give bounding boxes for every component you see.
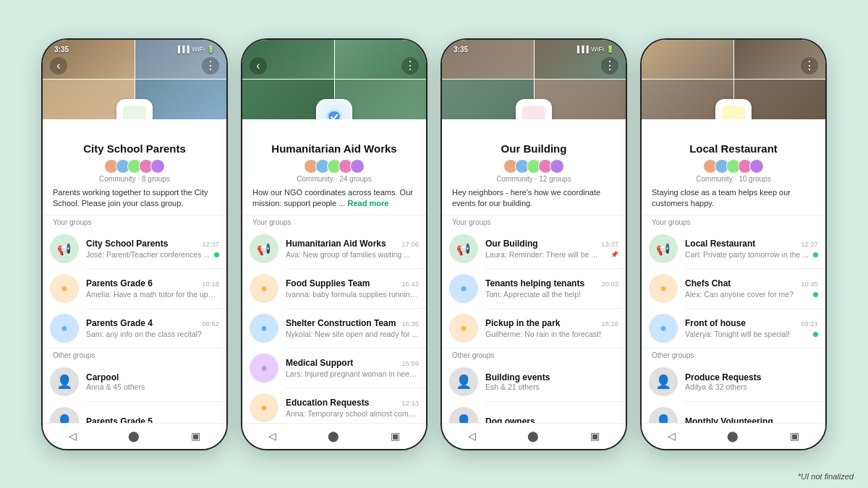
group-item[interactable]: ●Chefs Chat10:45Alex: Can anyone cover f… <box>642 269 825 308</box>
menu-dots[interactable]: ⋮ <box>202 57 219 74</box>
community-icon: 🏢 <box>516 99 552 119</box>
other-group-item[interactable]: 👤Parents Grade 5 <box>43 402 226 422</box>
group-preview: Lars: Injured pregnant woman in need ... <box>286 369 419 378</box>
group-item[interactable]: ●Parents Grade 610:18Amelia: Have a math… <box>43 269 226 308</box>
phone-body[interactable]: Humanitarian Aid WorksCommunity · 24 gro… <box>242 119 426 423</box>
avatar-row <box>442 159 626 174</box>
group-item[interactable]: ●Parents Grade 408:52Sam: any info on th… <box>43 309 226 348</box>
unread-dot <box>813 252 818 257</box>
group-item[interactable]: 📢Local Restaurant12:27Carl: Private part… <box>642 229 825 268</box>
back-nav-btn[interactable]: ◁ <box>268 430 276 442</box>
group-avatar: ● <box>250 314 278 343</box>
group-time: 09:21 <box>801 320 818 328</box>
recent-nav-btn[interactable]: ▣ <box>391 430 400 442</box>
group-name: Parents Grade 4 <box>86 318 199 328</box>
other-group-item[interactable]: 👤Dog owners <box>442 402 626 422</box>
phone-body[interactable]: Our BuildingCommunity · 12 groupsHey nei… <box>442 119 626 423</box>
your-groups-label: Your groups <box>442 215 626 229</box>
description: Parents working together to support the … <box>43 187 226 210</box>
group-info: City School Parents12:37José: Parent/Tea… <box>86 239 219 259</box>
menu-dots[interactable]: ⋮ <box>601 57 618 74</box>
group-item[interactable]: ●Shelter Construction Team16:35Nykolai: … <box>242 309 426 348</box>
group-avatar: ● <box>449 314 478 343</box>
nav-bar: ⋮ <box>449 57 618 74</box>
menu-dots[interactable]: ⋮ <box>401 57 419 74</box>
recent-nav-btn[interactable]: ▣ <box>590 430 600 442</box>
community-name: Our Building <box>442 142 626 155</box>
group-item[interactable]: 📢Our Building13:37Laura: Reminder: There… <box>442 229 626 268</box>
group-avatar: ● <box>649 314 678 343</box>
other-group-preview: Anna & 45 others <box>86 382 219 391</box>
group-item[interactable]: 📢City School Parents12:37José: Parent/Te… <box>43 229 226 268</box>
other-groups-label: Other groups <box>642 348 825 362</box>
group-item[interactable]: ●Tenants helping tenants20:03Tom: Apprec… <box>442 269 626 308</box>
group-item[interactable]: ●Front of house09:21Valerya: Tonight wil… <box>642 309 825 348</box>
community-meta: Community · 10 groups <box>642 175 825 183</box>
other-group-item[interactable]: 👤Produce RequestsAditya & 32 others <box>642 362 825 401</box>
community-name: City School Parents <box>43 142 226 155</box>
your-groups-label: Your groups <box>642 215 825 229</box>
group-name: Pickup in the park <box>485 318 598 328</box>
group-item[interactable]: ●Food Supplies Team16:42Ivanna: baby for… <box>242 269 426 308</box>
recent-nav-btn[interactable]: ▣ <box>191 430 200 442</box>
home-nav-btn[interactable]: ⬤ <box>128 430 140 442</box>
recent-nav-btn[interactable]: ▣ <box>790 430 799 442</box>
other-group-item[interactable]: 👤Monthly Volunteering <box>642 402 825 422</box>
pin-icon: 📌 <box>610 251 618 258</box>
group-info: Front of house09:21Valerya: Tonight will… <box>685 318 818 338</box>
group-info: Tenants helping tenants20:03Tom: Appreci… <box>485 278 618 299</box>
phone-body[interactable]: City School ParentsCommunity · 8 groupsP… <box>43 119 226 423</box>
read-more-link[interactable]: Read more <box>347 199 388 207</box>
home-nav-btn[interactable]: ⬤ <box>328 430 339 442</box>
group-item[interactable]: 📢Humanitarian Aid Works17:06Ava: New gro… <box>242 229 426 268</box>
group-preview: Ivanna: baby formula supplies running ..… <box>286 290 419 299</box>
status-icons: ▐▐▐WiFi🔋 <box>575 46 614 53</box>
other-group-name: Dog owners <box>485 416 616 422</box>
group-item[interactable]: ●Education Requests12:13Anna: Temporary … <box>242 388 426 422</box>
other-group-name: Building events <box>485 372 616 382</box>
header-image-our-building: 3:35 ▐▐▐WiFi🔋 ⋮ 🏢 <box>442 40 626 119</box>
avatar <box>749 159 764 174</box>
group-time: 18:18 <box>601 320 618 328</box>
other-group-name: Parents Grade 5 <box>86 416 216 422</box>
group-preview: José: Parent/Teacher conferences ... <box>86 250 212 259</box>
community-meta: Community · 8 groups <box>43 175 226 183</box>
group-info: Education Requests12:13Anna: Temporary s… <box>286 398 419 418</box>
home-nav-btn[interactable]: ⬤ <box>727 430 739 442</box>
other-groups-label: Other groups <box>43 348 226 362</box>
group-name: Chefs Chat <box>685 278 798 288</box>
group-avatar: 📢 <box>649 234 678 263</box>
back-button[interactable]: ‹ <box>50 57 67 74</box>
group-preview: Valerya: Tonight will be special! <box>685 330 811 338</box>
bottom-nav-bar: ◁ ⬤ ▣ <box>43 423 226 449</box>
group-preview: Carl: Private party tomorrow in the ... <box>685 250 811 259</box>
group-time: 08:52 <box>202 320 219 328</box>
unread-dot <box>214 252 219 257</box>
svg-rect-6 <box>722 106 745 119</box>
svg-rect-4 <box>522 106 545 119</box>
group-time: 10:45 <box>801 280 818 288</box>
other-group-item[interactable]: 👤Building eventsEsh & 21 others <box>442 362 626 401</box>
community-icon <box>316 99 352 119</box>
group-avatar: ● <box>250 354 278 382</box>
avatar-row <box>242 159 426 174</box>
group-name: Medical Support <box>286 358 399 368</box>
group-item[interactable]: ●Medical Support15:59Lars: Injured pregn… <box>242 348 426 388</box>
group-item[interactable]: ●Pickup in the park18:18Guilherme: No ra… <box>442 309 626 348</box>
unread-dot <box>813 332 818 337</box>
svg-rect-0 <box>123 106 146 119</box>
description: Staying close as a team helps keep our c… <box>642 187 825 210</box>
menu-dots[interactable]: ⋮ <box>801 57 818 74</box>
back-nav-btn[interactable]: ◁ <box>69 430 77 442</box>
other-group-avatar: 👤 <box>449 407 478 422</box>
group-time: 20:03 <box>601 280 618 288</box>
other-group-item[interactable]: 👤CarpoolAnna & 45 others <box>43 362 226 401</box>
group-preview: Amelia: Have a math tutor for the upco..… <box>86 290 219 299</box>
group-preview: Guilherme: No rain in the forecast! <box>485 330 618 338</box>
back-button[interactable]: ‹ <box>250 57 267 74</box>
phone-body[interactable]: Local RestaurantCommunity · 10 groupsSta… <box>642 119 825 423</box>
back-nav-btn[interactable]: ◁ <box>668 430 676 442</box>
group-time: 12:13 <box>401 399 419 407</box>
home-nav-btn[interactable]: ⬤ <box>527 430 539 442</box>
back-nav-btn[interactable]: ◁ <box>468 430 476 442</box>
